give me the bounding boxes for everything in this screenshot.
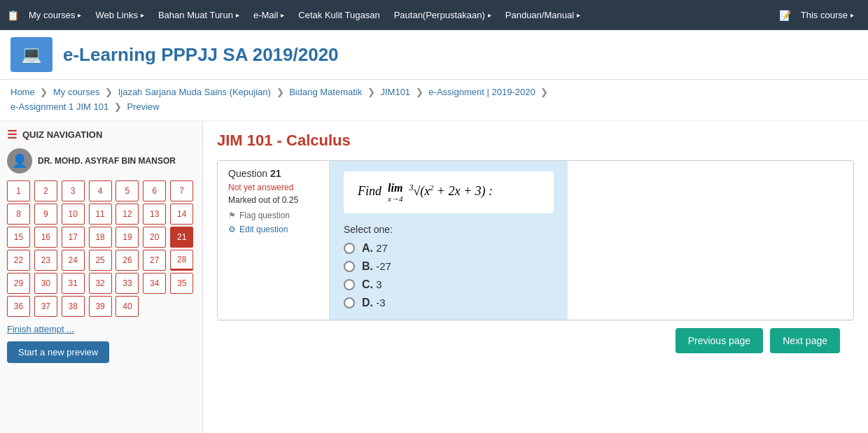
option-label-d: D. -3 [362, 297, 386, 309]
option-label-c: C. 3 [362, 278, 382, 291]
previous-page-button[interactable]: Previous page [676, 328, 764, 353]
flag-question-button[interactable]: ⚑ Flag question [228, 211, 290, 220]
nav-btn-16[interactable]: 16 [34, 227, 57, 248]
breadcrumb-jim101[interactable]: JIM101 [380, 87, 410, 97]
radio-d[interactable] [344, 297, 355, 308]
nav-btn-29[interactable]: 29 [7, 273, 30, 294]
nav-btn-3[interactable]: 3 [62, 180, 85, 201]
edit-question-button[interactable]: ⚙ Edit question [228, 225, 288, 234]
nav-btn-5[interactable]: 5 [115, 180, 139, 201]
finish-attempt-link[interactable]: Finish attempt ... [7, 324, 195, 334]
breadcrumb-mycourses[interactable]: My courses [53, 87, 99, 97]
next-page-button[interactable]: Next page [770, 328, 840, 353]
option-c: C. 3 [344, 278, 554, 291]
nav-btn-24[interactable]: 24 [62, 250, 85, 271]
question-formula-box: Find lim x→4 3√(x2 + 2x + 3) : [344, 171, 554, 213]
nav-btn-14[interactable]: 14 [170, 204, 193, 225]
nav-btn-25[interactable]: 25 [89, 250, 112, 271]
nav-btn-27[interactable]: 27 [143, 250, 166, 271]
nav-btn-36[interactable]: 36 [7, 296, 30, 317]
option-b: B. -27 [344, 260, 554, 273]
nav-btn-2[interactable]: 2 [34, 180, 57, 201]
nav-btn-21[interactable]: 21 [170, 227, 193, 248]
nav-btn-8[interactable]: 8 [7, 204, 30, 225]
nav-item-cetak[interactable]: Cetak Kulit Tugasan [291, 0, 386, 30]
hamburger-icon: ☰ [7, 128, 17, 141]
start-new-preview-button[interactable]: Start a new preview [7, 341, 109, 363]
nav-btn-17[interactable]: 17 [62, 227, 85, 248]
nav-btn-28[interactable]: 28 [170, 250, 193, 271]
breadcrumb-home[interactable]: Home [10, 87, 35, 97]
user-row: 👤 DR. MOHD. ASYRAF BIN MANSOR [7, 148, 195, 173]
nav-btn-7[interactable]: 7 [170, 180, 193, 201]
nav-btn-9[interactable]: 9 [34, 204, 57, 225]
nav-btn-11[interactable]: 11 [89, 204, 112, 225]
question-meta: Question 21 Not yet answered Marked out … [218, 161, 330, 320]
nav-btn-4[interactable]: 4 [89, 180, 112, 201]
option-a: A. 27 [344, 242, 554, 255]
question-content: Find lim x→4 3√(x2 + 2x + 3) : Select on… [330, 161, 568, 320]
nav-btn-15[interactable]: 15 [7, 227, 30, 248]
nav-btn-30[interactable]: 30 [34, 273, 57, 294]
nav-btn-18[interactable]: 18 [89, 227, 112, 248]
nav-item-pautan[interactable]: Pautan(Perpustakaan) ▸ [387, 0, 498, 30]
nav-item-web-links[interactable]: Web Links ▸ [88, 0, 150, 30]
nav-btn-34[interactable]: 34 [143, 273, 166, 294]
select-one-label: Select one: [344, 224, 554, 235]
quiz-title: JIM 101 - Calculus [217, 132, 854, 150]
nav-btn-1[interactable]: 1 [7, 180, 30, 201]
option-label-a: A. 27 [362, 242, 388, 255]
content-area: JIM 101 - Calculus Question 21 Not yet a… [203, 121, 868, 433]
option-label-b: B. -27 [362, 260, 391, 273]
nav-item-panduan[interactable]: Panduan/Manual ▸ [498, 0, 587, 30]
quiz-navigation-sidebar: ☰ QUIZ NAVIGATION 👤 DR. MOHD. ASYRAF BIN… [0, 121, 203, 433]
nav-btn-13[interactable]: 13 [143, 204, 166, 225]
option-d: D. -3 [344, 297, 554, 309]
site-header: 💻 e-Learning PPPJJ SA 2019/2020 [0, 30, 868, 80]
breadcrumb-bidang[interactable]: Bidang Matematik [289, 87, 362, 97]
main-layout: ☰ QUIZ NAVIGATION 👤 DR. MOHD. ASYRAF BIN… [0, 121, 868, 433]
gear-icon: ⚙ [228, 225, 236, 234]
radio-a[interactable] [344, 243, 355, 254]
marked-out: Marked out of 0.25 [228, 195, 318, 205]
nav-btn-12[interactable]: 12 [115, 204, 139, 225]
nav-btn-23[interactable]: 23 [34, 250, 57, 271]
nav-btn-32[interactable]: 32 [89, 273, 112, 294]
nav-btn-39[interactable]: 39 [89, 296, 112, 317]
breadcrumb-eassignment[interactable]: e-Assignment | 2019-2020 [428, 87, 535, 97]
nav-btn-10[interactable]: 10 [62, 204, 85, 225]
nav-btn-37[interactable]: 37 [34, 296, 57, 317]
nav-btn-31[interactable]: 31 [62, 273, 85, 294]
bottom-nav: Previous page Next page [217, 320, 854, 360]
nav-item-this-course[interactable]: This course ▸ [794, 0, 861, 30]
breadcrumb-ijazah[interactable]: Ijazah Sarjana Muda Sains (Kepujian) [118, 87, 271, 97]
nav-icon-mycourses: 📋 [7, 10, 19, 21]
nav-btn-22[interactable]: 22 [7, 250, 30, 271]
formula-text: Find lim x→4 3√(x2 + 2x + 3) : [358, 184, 493, 198]
nav-btn-26[interactable]: 26 [115, 250, 139, 271]
breadcrumb: Home ❯ My courses ❯ Ijazah Sarjana Muda … [0, 80, 868, 121]
nav-item-bahan-muat-turun[interactable]: Bahan Muat Turun ▸ [151, 0, 246, 30]
nav-item-email[interactable]: e-Mail ▸ [246, 0, 291, 30]
sidebar-title: ☰ QUIZ NAVIGATION [7, 128, 195, 141]
flag-icon: ⚑ [228, 211, 236, 220]
nav-item-my-courses[interactable]: My courses ▸ [22, 0, 88, 30]
nav-btn-40[interactable]: 40 [115, 296, 139, 317]
question-number: Question 21 [228, 168, 318, 179]
top-nav: 📋 My courses ▸ Web Links ▸ Bahan Muat Tu… [0, 0, 868, 30]
nav-btn-35[interactable]: 35 [170, 273, 193, 294]
radio-b[interactable] [344, 261, 355, 272]
nav-btn-38[interactable]: 38 [62, 296, 85, 317]
nav-icon-thiscourse: 📝 [779, 10, 791, 21]
breadcrumb-preview[interactable]: Preview [127, 101, 159, 112]
nav-btn-6[interactable]: 6 [143, 180, 166, 201]
site-logo: 💻 [10, 37, 52, 72]
radio-c[interactable] [344, 279, 355, 290]
question-box: Question 21 Not yet answered Marked out … [217, 160, 854, 320]
breadcrumb-eassignment1[interactable]: e-Assignment 1 JIM 101 [10, 101, 108, 112]
nav-btn-20[interactable]: 20 [143, 227, 166, 248]
nav-btn-33[interactable]: 33 [115, 273, 139, 294]
nav-btn-19[interactable]: 19 [115, 227, 139, 248]
site-title: e-Learning PPPJJ SA 2019/2020 [63, 44, 339, 66]
user-name: DR. MOHD. ASYRAF BIN MANSOR [38, 156, 176, 166]
